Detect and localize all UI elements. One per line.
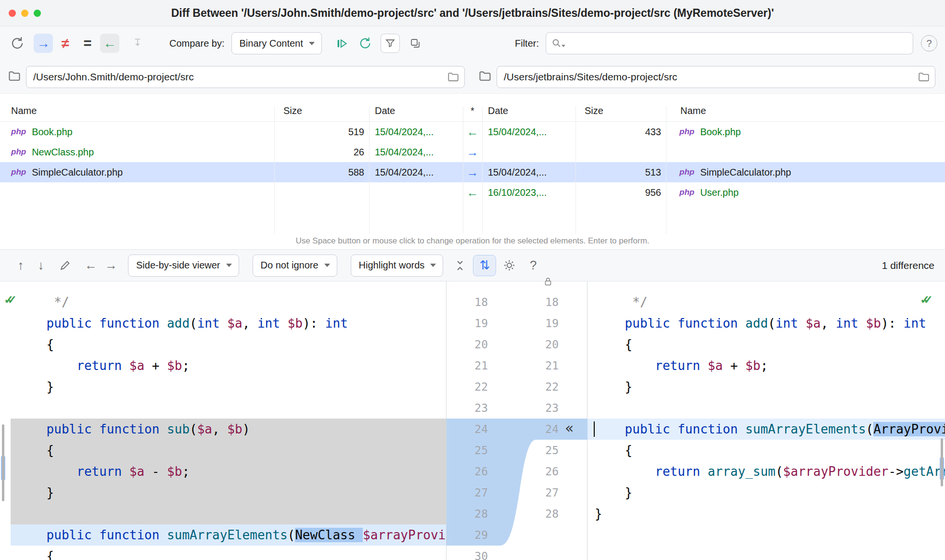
not-equal-button[interactable]: ≠ <box>56 34 75 53</box>
code-line: { <box>587 440 945 461</box>
code-line: public function sub($a, $b) <box>0 419 446 440</box>
equal-icon: = <box>84 36 92 51</box>
compare-by-dropdown[interactable]: Binary Content <box>231 32 322 54</box>
difference-count-label: 1 difference <box>882 260 934 271</box>
left-code-panel[interactable]: */ public function add(int $a, int $b): … <box>0 281 446 560</box>
file-name-cell: phpBook.php <box>0 122 274 142</box>
code-line: return $a - $b; <box>0 461 446 482</box>
navigate-right-button[interactable]: → <box>101 255 121 276</box>
filter-group: Filter: ? <box>515 32 937 54</box>
right-code-panel[interactable]: */ public function add(int $a, int $b): … <box>587 281 945 560</box>
column-header-operation[interactable]: * <box>463 100 482 121</box>
left-path-input[interactable] <box>26 66 464 88</box>
copy-right-arrow-icon[interactable]: → <box>463 162 482 182</box>
help-button[interactable]: ? <box>921 35 937 51</box>
line-number-right: 24 <box>489 419 559 440</box>
table-row[interactable]: phpBook.php51915/04/2024,...←15/04/2024,… <box>0 122 945 142</box>
table-row[interactable]: ←16/10/2023,...956phpUser.php <box>0 182 945 203</box>
chevron-down-icon <box>430 264 436 267</box>
jump-to-source-icon <box>131 37 144 50</box>
copy-left-arrow-icon[interactable]: ← <box>463 122 482 142</box>
browse-folder-icon[interactable] <box>447 71 460 85</box>
copy-to-right-button[interactable]: → <box>34 34 53 53</box>
copy-left-arrow-icon[interactable]: ← <box>463 182 482 203</box>
right-path-input[interactable] <box>497 66 935 88</box>
file-name-cell <box>0 182 274 203</box>
sync-selected-button[interactable] <box>332 34 352 53</box>
filter-toggle-button[interactable] <box>381 34 400 53</box>
diff-gutter-rows: 1818191920202121222223232424«25252626272… <box>447 281 587 560</box>
folder-icon <box>8 69 21 85</box>
line-number-right: 23 <box>489 397 559 419</box>
column-header-name-right[interactable]: Name <box>666 100 945 121</box>
line-number-left: 25 <box>447 440 488 461</box>
line-number-right: 18 <box>489 292 559 313</box>
gutter-row: 2323 <box>447 397 587 419</box>
left-scrollbar[interactable] <box>0 281 7 560</box>
line-number-right: 25 <box>489 440 559 461</box>
column-header-size-left[interactable]: Size <box>274 100 369 121</box>
copy-right-arrow-icon[interactable]: → <box>463 142 482 162</box>
arrow-left-icon: ← <box>103 37 116 50</box>
browse-folder-icon[interactable] <box>918 71 930 85</box>
code-line: public function sumArrayElements(NewClas… <box>0 524 446 546</box>
line-number-right: 21 <box>489 355 559 376</box>
jump-to-source-button[interactable] <box>128 34 147 53</box>
edit-button[interactable] <box>55 255 75 276</box>
file-name: Book.php <box>32 122 73 142</box>
new-window-button[interactable] <box>406 34 425 53</box>
prev-difference-button[interactable]: ↑ <box>11 255 31 276</box>
ignore-policy-dropdown[interactable]: Do not ignore <box>253 255 337 277</box>
column-header-date-left[interactable]: Date <box>369 100 463 121</box>
copy-to-left-button[interactable]: ← <box>100 34 119 53</box>
line-number-right: 22 <box>489 376 559 397</box>
table-header: Name Size Date * Date Size Name <box>0 100 945 122</box>
scrollbar-thumb[interactable] <box>2 424 4 501</box>
code-line: return $a + $b; <box>0 355 446 376</box>
right-path-field[interactable] <box>497 66 935 88</box>
pencil-icon <box>59 259 71 271</box>
diff-gutter: 1818191920202121222223232424«25252626272… <box>446 281 587 560</box>
file-size-cell: 956 <box>575 182 666 203</box>
code-line: { <box>0 334 446 355</box>
file-size-cell: 513 <box>575 162 666 182</box>
refresh-button[interactable] <box>8 34 27 53</box>
code-line: public function add(int $a, int $b): int <box>0 313 446 334</box>
code-line <box>587 524 945 546</box>
left-path-field[interactable] <box>26 66 465 88</box>
table-row[interactable]: phpSimpleCalculator.php58815/04/2024,...… <box>0 162 945 182</box>
sync-scroll-toggle[interactable]: ⇅ <box>473 255 496 276</box>
scroll-lock-icon[interactable] <box>543 276 553 289</box>
search-icon <box>551 38 562 49</box>
next-difference-button[interactable]: ↓ <box>31 255 51 276</box>
file-date-cell: 15/04/2024,... <box>482 122 575 142</box>
filter-search-box[interactable] <box>546 32 913 54</box>
gutter-row: 2828 <box>447 503 587 524</box>
line-number-right: 20 <box>489 334 559 355</box>
navigate-left-button[interactable]: ← <box>81 255 101 276</box>
column-header-name-left[interactable]: Name <box>0 100 274 121</box>
settings-button[interactable] <box>499 255 519 276</box>
file-size-cell: 26 <box>274 142 369 162</box>
gutter-row: 1919 <box>447 313 587 334</box>
viewer-mode-dropdown[interactable]: Side-by-side viewer <box>128 255 239 277</box>
file-name-cell: phpNewClass.php <box>0 142 274 162</box>
gutter-row: 2121 <box>447 355 587 376</box>
copy-icon <box>409 38 421 49</box>
equal-button[interactable]: = <box>78 34 97 53</box>
table-row[interactable]: phpNewClass.php2615/04/2024,...→ <box>0 142 945 162</box>
collapse-unchanged-button[interactable] <box>450 255 470 276</box>
file-table-body: phpBook.php51915/04/2024,...←15/04/2024,… <box>0 122 945 203</box>
highlight-mode-dropdown[interactable]: Highlight words <box>351 255 444 277</box>
column-header-size-right[interactable]: Size <box>575 100 666 121</box>
right-scrollbar[interactable] <box>938 281 945 560</box>
scrollbar-thumb[interactable] <box>941 438 943 486</box>
diff-help-button[interactable]: ? <box>523 255 543 276</box>
line-number-left: 22 <box>447 376 488 397</box>
apply-left-marker[interactable]: « <box>565 418 574 439</box>
php-file-icon: php <box>11 122 26 142</box>
sync-all-button[interactable] <box>356 34 375 53</box>
filter-search-input[interactable] <box>568 33 913 54</box>
search-history-chevron-icon[interactable] <box>562 45 565 47</box>
column-header-date-right[interactable]: Date <box>482 100 575 121</box>
